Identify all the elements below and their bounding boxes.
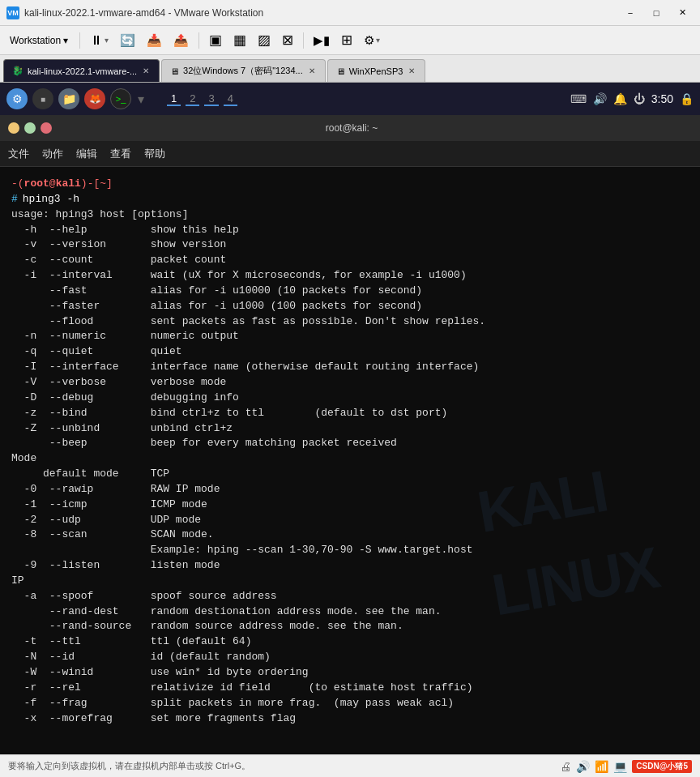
terminal-launch-button[interactable]: ▶▮ xyxy=(309,31,335,50)
vm-area[interactable]: ⚙ ■ 📁 🦊 >_ ▾ 1 2 3 4 ⌨ 🔊 🔔 ⏻ 3:50 🔒 xyxy=(0,83,700,754)
view-button-2[interactable]: ▦ xyxy=(228,29,251,51)
tab-winxp-icon: 🖥 xyxy=(336,66,345,76)
kali-menu-file[interactable]: 文件 xyxy=(8,147,29,161)
snapshot-button-3[interactable]: 📤 xyxy=(169,31,194,50)
snapshot-button-1[interactable]: 🔄 xyxy=(115,31,140,50)
status-message: 要将输入定向到该虚拟机，请在虚拟机内部单击或按 Ctrl+G。 xyxy=(8,760,553,772)
output-line-21: -8 --scan SCAN mode. xyxy=(11,527,689,543)
output-line-18: -0 --rawip RAW IP mode xyxy=(11,482,689,497)
view-icon-3: ▨ xyxy=(258,32,271,49)
kali-clock: 3:50 xyxy=(651,92,673,105)
tab-winxp-close[interactable]: ✕ xyxy=(407,66,416,76)
kali-topbar: ⚙ ■ 📁 🦊 >_ ▾ 1 2 3 4 ⌨ 🔊 🔔 ⏻ 3:50 🔒 xyxy=(0,83,700,115)
pause-button[interactable]: ⏸ ▾ xyxy=(85,31,113,50)
title-bar: VM kali-linux-2022.1-vmware-amd64 - VMwa… xyxy=(0,0,700,26)
kali-volume-icon[interactable]: 🔊 xyxy=(593,92,607,105)
output-line-5: --fast alias for -i u10000 (10 packets f… xyxy=(11,284,689,299)
view-button-3[interactable]: ▨ xyxy=(253,29,275,51)
toolbar-group-1: ⏸ ▾ 🔄 📥 📤 xyxy=(85,31,194,50)
output-line-20: -2 --udp UDP mode xyxy=(11,513,689,528)
close-button[interactable]: ✕ xyxy=(671,5,694,21)
prompt-at: @ xyxy=(49,177,56,192)
output-line-8: -n --numeric numeric output xyxy=(11,329,689,344)
output-line-24: IP xyxy=(11,574,689,589)
tab-winxp-label: WinXPenSP3 xyxy=(349,66,403,76)
kali-keyboard-icon[interactable]: ⌨ xyxy=(570,92,587,105)
output-line-16: Mode xyxy=(11,451,689,467)
tab-kali[interactable]: 🐉 kali-linux-2022.1-vmware-... ✕ xyxy=(3,59,160,82)
fit-button[interactable]: ⊞ xyxy=(336,29,357,51)
status-network-icon[interactable]: 📶 xyxy=(595,760,608,773)
maximize-button[interactable]: □ xyxy=(645,5,668,21)
separator-3 xyxy=(303,32,304,49)
status-printer-icon[interactable]: 🖨 xyxy=(560,760,571,773)
kali-more-icon[interactable]: ▾ xyxy=(138,92,144,107)
kali-menu-help[interactable]: 帮助 xyxy=(144,147,165,161)
output-line-4: -i --interval wait (uX for X microsecond… xyxy=(11,268,689,284)
snapshot-button-2[interactable]: 📥 xyxy=(142,31,167,50)
view-button-1[interactable]: ▣ xyxy=(204,29,227,51)
output-line-30: -W --winid use win* id byte ordering xyxy=(11,665,689,681)
tab-winxp[interactable]: 🖥 WinXPenSP3 ✕ xyxy=(327,59,426,82)
kali-menu-edit[interactable]: 编辑 xyxy=(76,147,97,161)
kali-right-icons: ⌨ 🔊 🔔 ⏻ 3:50 🔒 xyxy=(570,92,694,105)
prompt-host: kali xyxy=(56,177,81,192)
prompt-hash: # xyxy=(11,192,18,207)
output-line-26: --rand-dest random destionation address … xyxy=(11,604,689,620)
output-line-1: -h --help show this help xyxy=(11,223,689,238)
output-line-23: -9 --listen listen mode xyxy=(11,558,689,574)
terminal-minimize-btn[interactable] xyxy=(8,122,19,134)
tab-kali-close[interactable]: ✕ xyxy=(141,66,151,76)
output-line-28: -t --ttl ttl (default 64) xyxy=(11,634,689,650)
pause-arrow: ▾ xyxy=(105,36,109,45)
kali-power-icon[interactable]: ⏻ xyxy=(634,92,645,105)
prompt-user: root xyxy=(24,177,49,192)
minimize-button[interactable]: − xyxy=(619,5,642,21)
kali-menu-view[interactable]: 查看 xyxy=(110,147,131,161)
output-line-12: -D --debug debugging info xyxy=(11,391,689,406)
output-line-27: --rand-source random source address mode… xyxy=(11,619,689,634)
output-line-2: -v --version show version xyxy=(11,237,689,253)
kali-lock-icon[interactable]: 🔒 xyxy=(680,92,694,105)
tab-win7[interactable]: 🖥 32位Windows 7（密码"1234... ✕ xyxy=(161,59,326,82)
tab-win7-icon: 🖥 xyxy=(170,66,179,76)
output-line-29: -N --id id (default random) xyxy=(11,650,689,665)
prompt-close-path: ] xyxy=(106,177,113,192)
view-icon-4: ⊠ xyxy=(282,32,293,49)
terminal-window-buttons xyxy=(8,122,52,134)
terminal-body[interactable]: KALILINUX -(root@kali)-[~] # hping3 -h u… xyxy=(0,167,700,754)
window-title: kali-linux-2022.1-vmware-amd64 - VMware … xyxy=(24,7,619,19)
tab-win7-close[interactable]: ✕ xyxy=(307,66,317,76)
kali-browser-icon[interactable]: 🦊 xyxy=(84,88,105,109)
view-button-4[interactable]: ⊠ xyxy=(277,29,298,51)
status-device-icon[interactable]: 💻 xyxy=(613,760,627,773)
kali-bell-icon[interactable]: 🔔 xyxy=(613,92,627,105)
terminal-maximize-btn[interactable] xyxy=(24,122,36,134)
settings-button[interactable]: ⚙ ▾ xyxy=(359,31,385,50)
kali-folder-icon[interactable]: 📁 xyxy=(58,88,79,109)
prompt-path: ~ xyxy=(100,177,106,192)
terminal-prompt-line: -(root@kali)-[~] xyxy=(11,177,689,192)
command-text: hping3 -h xyxy=(23,192,79,207)
workstation-menu[interactable]: Workstation ▾ xyxy=(3,32,75,49)
terminal-close-btn[interactable] xyxy=(41,122,52,134)
tab-kali-icon: 🐉 xyxy=(12,66,23,76)
fit-icon: ⊞ xyxy=(341,32,352,49)
menu-bar: Workstation ▾ ⏸ ▾ 🔄 📥 📤 ▣ ▦ ▨ ⊠ xyxy=(0,26,700,55)
workspace-3[interactable]: 3 xyxy=(204,92,218,106)
kali-apps-icon[interactable]: ⚙ xyxy=(6,88,28,109)
kali-dark-icon[interactable]: ■ xyxy=(32,88,53,109)
output-line-3: -c --count packet count xyxy=(11,253,689,268)
workspace-1[interactable]: 1 xyxy=(167,92,181,106)
snapshot-icon-1: 🔄 xyxy=(120,33,135,48)
snapshot-icon-3: 📤 xyxy=(173,33,189,48)
separator-1 xyxy=(79,32,80,49)
output-line-9: -q --quiet quiet xyxy=(11,344,689,360)
status-sound-icon[interactable]: 🔊 xyxy=(576,760,590,773)
kali-menu-action[interactable]: 动作 xyxy=(42,147,63,161)
workspace-4[interactable]: 4 xyxy=(224,92,237,106)
terminal-titlebar: root@kali: ~ xyxy=(0,115,700,141)
kali-terminal-icon[interactable]: >_ xyxy=(110,88,131,109)
workspace-2[interactable]: 2 xyxy=(186,92,199,106)
pause-icon: ⏸ xyxy=(90,33,103,48)
